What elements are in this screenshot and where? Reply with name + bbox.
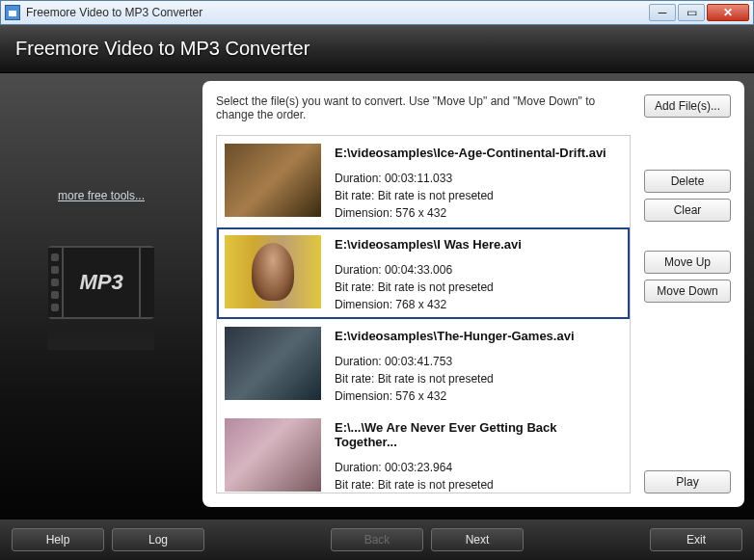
add-files-button[interactable]: Add File(s)... — [644, 94, 731, 118]
footer: Help Log Back Next Exit — [0, 520, 754, 560]
main: more free tools... MP3 Select the file(s… — [0, 73, 754, 507]
log-button[interactable]: Log — [112, 528, 204, 551]
minimize-icon: ─ — [659, 6, 667, 19]
header: Freemore Video to MP3 Converter — [0, 25, 754, 73]
file-dimension: Dimension: 576 x 432 — [335, 389, 575, 403]
file-dimension: Dimension: 576 x 432 — [335, 206, 606, 220]
file-dimension: Dimension: 768 x 432 — [335, 298, 522, 311]
file-name: E:\videosamples\I Was Here.avi — [335, 237, 522, 252]
file-duration: Duration: 00:03:11.033 — [335, 172, 606, 185]
minimize-button[interactable]: ─ — [649, 4, 676, 21]
app-title: Freemore Video to MP3 Converter — [15, 38, 310, 60]
list-item[interactable]: E:\videosamples\The-Hunger-Games.avi Dur… — [217, 319, 630, 411]
maximize-button[interactable]: ▭ — [678, 4, 705, 21]
file-bitrate: Bit rate: Bit rate is not preseted — [335, 372, 575, 386]
window-controls: ─ ▭ ✕ — [649, 4, 749, 21]
file-name: E:\videosamples\The-Hunger-Games.avi — [335, 329, 575, 343]
instructions: Select the file(s) you want to convert. … — [216, 94, 631, 121]
exit-button[interactable]: Exit — [650, 528, 742, 551]
file-meta: E:\...\We Are Never Ever Getting Back To… — [335, 418, 622, 493]
back-button[interactable]: Back — [331, 528, 423, 551]
thumbnail — [225, 144, 321, 217]
mp3-format-icon: MP3 — [48, 246, 154, 358]
next-button[interactable]: Next — [431, 528, 524, 551]
film-icon: MP3 — [48, 246, 154, 319]
side-buttons: Add File(s)... Delete Clear Move Up Move… — [644, 94, 731, 493]
file-duration: Duration: 00:03:41.753 — [335, 355, 575, 368]
list-item[interactable]: E:\videosamples\I Was Here.avi Duration:… — [217, 227, 630, 319]
file-name: E:\videosamples\Ice-Age-Continental-Drif… — [335, 146, 606, 160]
thumbnail — [225, 327, 321, 400]
mp3-label: MP3 — [79, 270, 122, 295]
titlebar: Freemore Video to MP3 Converter ─ ▭ ✕ — [0, 0, 754, 25]
list-area: Select the file(s) you want to convert. … — [216, 94, 631, 493]
delete-button[interactable]: Delete — [644, 170, 731, 193]
file-bitrate: Bit rate: Bit rate is not preseted — [335, 478, 622, 492]
thumbnail — [225, 235, 321, 308]
file-meta: E:\videosamples\The-Hunger-Games.avi Dur… — [335, 327, 575, 403]
list-item[interactable]: E:\videosamples\Ice-Age-Continental-Drif… — [217, 136, 630, 227]
thumbnail — [225, 418, 321, 492]
move-down-button[interactable]: Move Down — [644, 280, 731, 303]
list-item[interactable]: E:\...\We Are Never Ever Getting Back To… — [217, 411, 630, 493]
file-list[interactable]: E:\videosamples\Ice-Age-Continental-Drif… — [216, 135, 631, 493]
window-title: Freemore Video to MP3 Converter — [26, 6, 649, 19]
close-button[interactable]: ✕ — [707, 4, 749, 21]
move-up-button[interactable]: Move Up — [644, 251, 731, 274]
play-button[interactable]: Play — [644, 470, 731, 493]
file-duration: Duration: 00:03:23.964 — [335, 461, 622, 474]
maximize-icon: ▭ — [687, 6, 697, 19]
help-button[interactable]: Help — [12, 528, 104, 551]
file-bitrate: Bit rate: Bit rate is not preseted — [335, 189, 606, 202]
file-name: E:\...\We Are Never Ever Getting Back To… — [335, 420, 622, 449]
sidebar: more free tools... MP3 — [0, 73, 202, 507]
more-free-tools-link[interactable]: more free tools... — [58, 189, 145, 202]
file-meta: E:\videosamples\Ice-Age-Continental-Drif… — [335, 144, 606, 220]
clear-button[interactable]: Clear — [644, 199, 731, 222]
app-body: Freemore Video to MP3 Converter more fre… — [0, 25, 754, 560]
reflection — [48, 327, 154, 350]
file-bitrate: Bit rate: Bit rate is not preseted — [335, 280, 522, 294]
file-meta: E:\videosamples\I Was Here.avi Duration:… — [335, 235, 522, 311]
close-icon: ✕ — [723, 6, 733, 19]
file-duration: Duration: 00:04:33.006 — [335, 263, 522, 277]
app-icon — [5, 5, 20, 20]
content-panel: Select the file(s) you want to convert. … — [202, 81, 744, 507]
